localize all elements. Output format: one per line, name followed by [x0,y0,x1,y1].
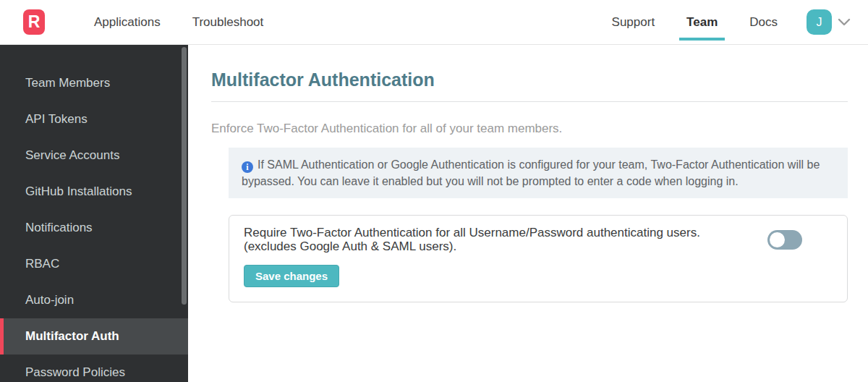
nav-item-team[interactable]: Team [671,0,733,44]
active-item-marker [0,318,4,355]
toggle-knob [770,232,785,247]
sidebar-item-github-installations[interactable]: GitHub Installations [0,174,188,210]
sidebar-item-multifactor-auth-label: Multifactor Auth [25,329,119,344]
save-changes-button[interactable]: Save changes [244,265,339,287]
rollbar-logo[interactable]: R [23,9,45,35]
nav-item-troubleshoot[interactable]: Troubleshoot [176,0,280,44]
user-avatar[interactable]: J [807,9,832,35]
sidebar-item-password-policies[interactable]: Password Policies [0,355,188,382]
nav-item-support[interactable]: Support [596,0,671,44]
sidebar-item-rbac[interactable]: RBAC [0,246,188,282]
nav-item-applications[interactable]: Applications [78,0,176,44]
sidebar-item-notifications[interactable]: Notifications [0,210,188,246]
two-factor-toggle[interactable] [767,230,802,250]
page-subtitle: Enforce Two-Factor Authentication for al… [211,122,848,136]
sidebar-scrollbar[interactable] [182,47,187,305]
sidebar-item-api-tokens[interactable]: API Tokens [0,101,188,137]
active-tab-underline [679,38,725,41]
primary-nav: Applications Troubleshoot [78,0,279,44]
nav-item-docs[interactable]: Docs [733,0,793,44]
sidebar-item-service-accounts[interactable]: Service Accounts [0,137,188,174]
app-window: R Applications Troubleshoot Support Team… [0,0,868,382]
chevron-down-icon[interactable] [838,18,851,27]
secondary-nav: Support Team Docs J [596,0,851,44]
nav-item-team-label: Team [686,15,718,30]
info-icon: i [242,161,253,173]
settings-sidebar: Team Members API Tokens Service Accounts… [0,45,188,382]
sidebar-item-auto-join[interactable]: Auto-join [0,282,188,318]
sidebar-item-team-members[interactable]: Team Members [0,65,188,101]
two-factor-setting-card: Require Two-Factor Authentication for al… [229,215,848,302]
setting-label: Require Two-Factor Authentication for al… [244,226,700,253]
main-content: Multifactor Authentication Enforce Two-F… [188,45,868,382]
info-banner: iIf SAML Authentication or Google Authen… [229,148,848,198]
title-divider [211,101,848,102]
info-banner-text: If SAML Authentication or Google Authent… [242,158,820,187]
setting-label-line1: Require Two-Factor Authentication for al… [244,226,700,239]
setting-label-line2: (excludes Google Auth & SAML users). [244,240,700,253]
page-title: Multifactor Authentication [211,69,848,90]
sidebar-item-multifactor-auth[interactable]: Multifactor Auth [0,318,188,355]
top-navbar: R Applications Troubleshoot Support Team… [0,0,868,45]
